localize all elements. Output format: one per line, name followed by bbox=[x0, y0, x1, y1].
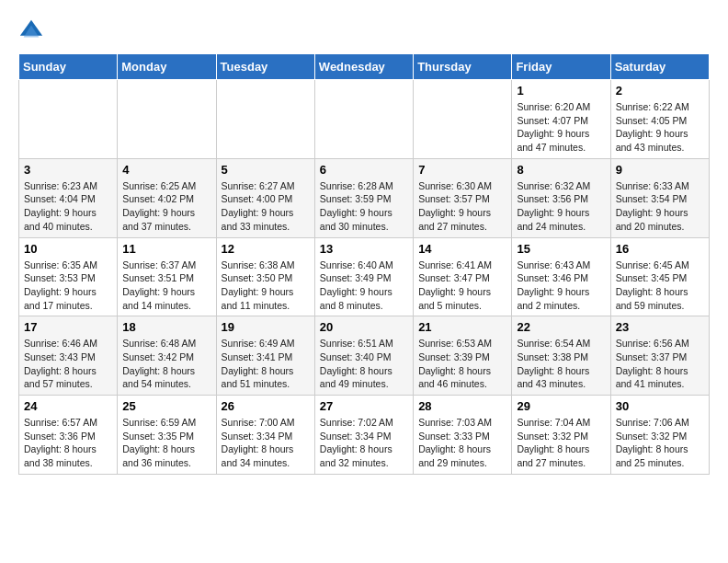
calendar-cell: 8Sunrise: 6:32 AMSunset: 3:56 PMDaylight… bbox=[512, 158, 610, 237]
day-number: 21 bbox=[418, 320, 506, 334]
day-number: 13 bbox=[320, 242, 408, 256]
calendar-cell: 5Sunrise: 6:27 AMSunset: 4:00 PMDaylight… bbox=[216, 158, 314, 237]
day-info: Sunrise: 6:37 AMSunset: 3:51 PMDaylight:… bbox=[122, 259, 210, 313]
weekday-header-tuesday: Tuesday bbox=[216, 54, 314, 80]
day-info: Sunrise: 6:41 AMSunset: 3:47 PMDaylight:… bbox=[418, 259, 506, 313]
calendar-week-2: 3Sunrise: 6:23 AMSunset: 4:04 PMDaylight… bbox=[19, 158, 710, 237]
calendar-cell: 12Sunrise: 6:38 AMSunset: 3:50 PMDayligh… bbox=[216, 237, 314, 316]
day-number: 19 bbox=[222, 320, 310, 334]
weekday-header-sunday: Sunday bbox=[19, 54, 118, 80]
day-info: Sunrise: 6:54 AMSunset: 3:38 PMDaylight:… bbox=[517, 337, 605, 391]
day-info: Sunrise: 6:48 AMSunset: 3:42 PMDaylight:… bbox=[122, 337, 210, 391]
day-info: Sunrise: 6:25 AMSunset: 4:02 PMDaylight:… bbox=[122, 179, 210, 234]
calendar-cell: 26Sunrise: 7:00 AMSunset: 3:34 PMDayligh… bbox=[216, 396, 314, 475]
calendar-cell: 29Sunrise: 7:04 AMSunset: 3:32 PMDayligh… bbox=[512, 396, 610, 475]
calendar-cell: 17Sunrise: 6:46 AMSunset: 3:43 PMDayligh… bbox=[19, 316, 118, 396]
day-number: 26 bbox=[222, 399, 310, 413]
calendar-week-3: 10Sunrise: 6:35 AMSunset: 3:53 PMDayligh… bbox=[19, 237, 710, 316]
day-info: Sunrise: 6:27 AMSunset: 4:00 PMDaylight:… bbox=[222, 179, 310, 234]
day-info: Sunrise: 6:45 AMSunset: 3:45 PMDaylight:… bbox=[616, 259, 704, 313]
calendar-cell: 1Sunrise: 6:20 AMSunset: 4:07 PMDaylight… bbox=[512, 80, 610, 159]
day-number: 5 bbox=[222, 163, 310, 177]
day-info: Sunrise: 6:28 AMSunset: 3:59 PMDaylight:… bbox=[320, 179, 408, 234]
calendar-cell: 22Sunrise: 6:54 AMSunset: 3:38 PMDayligh… bbox=[512, 316, 610, 396]
day-number: 12 bbox=[222, 242, 310, 256]
day-number: 4 bbox=[122, 163, 210, 177]
day-info: Sunrise: 6:35 AMSunset: 3:53 PMDaylight:… bbox=[24, 259, 112, 313]
calendar-cell: 23Sunrise: 6:56 AMSunset: 3:37 PMDayligh… bbox=[610, 316, 709, 396]
calendar-cell: 27Sunrise: 7:02 AMSunset: 3:34 PMDayligh… bbox=[314, 396, 413, 475]
calendar-cell: 16Sunrise: 6:45 AMSunset: 3:45 PMDayligh… bbox=[610, 237, 709, 316]
day-number: 7 bbox=[418, 163, 506, 177]
weekday-header-thursday: Thursday bbox=[414, 54, 512, 80]
day-number: 9 bbox=[616, 163, 704, 177]
calendar-cell: 28Sunrise: 7:03 AMSunset: 3:33 PMDayligh… bbox=[414, 396, 512, 475]
calendar-cell: 7Sunrise: 6:30 AMSunset: 3:57 PMDaylight… bbox=[414, 158, 512, 237]
day-number: 29 bbox=[517, 399, 605, 413]
day-info: Sunrise: 6:53 AMSunset: 3:39 PMDaylight:… bbox=[418, 337, 506, 391]
day-info: Sunrise: 6:22 AMSunset: 4:05 PMDaylight:… bbox=[616, 100, 704, 155]
day-number: 11 bbox=[122, 242, 210, 256]
calendar-week-5: 24Sunrise: 6:57 AMSunset: 3:36 PMDayligh… bbox=[19, 396, 710, 475]
calendar-cell: 13Sunrise: 6:40 AMSunset: 3:49 PMDayligh… bbox=[314, 237, 413, 316]
day-number: 23 bbox=[616, 320, 704, 334]
calendar-cell: 21Sunrise: 6:53 AMSunset: 3:39 PMDayligh… bbox=[414, 316, 512, 396]
day-number: 10 bbox=[24, 242, 112, 256]
calendar-cell bbox=[19, 80, 118, 159]
day-info: Sunrise: 6:43 AMSunset: 3:46 PMDaylight:… bbox=[517, 259, 605, 313]
calendar-cell bbox=[314, 80, 413, 159]
day-number: 15 bbox=[517, 242, 605, 256]
day-info: Sunrise: 6:57 AMSunset: 3:36 PMDaylight:… bbox=[24, 416, 112, 470]
day-number: 30 bbox=[616, 399, 704, 413]
weekday-header-monday: Monday bbox=[118, 54, 216, 80]
day-number: 8 bbox=[517, 163, 605, 177]
day-info: Sunrise: 6:49 AMSunset: 3:41 PMDaylight:… bbox=[222, 337, 310, 391]
day-number: 28 bbox=[418, 399, 506, 413]
calendar-cell: 19Sunrise: 6:49 AMSunset: 3:41 PMDayligh… bbox=[216, 316, 314, 396]
calendar-cell: 14Sunrise: 6:41 AMSunset: 3:47 PMDayligh… bbox=[414, 237, 512, 316]
logo-icon bbox=[18, 18, 44, 44]
day-number: 1 bbox=[517, 84, 605, 98]
day-info: Sunrise: 7:03 AMSunset: 3:33 PMDaylight:… bbox=[418, 416, 506, 470]
day-number: 14 bbox=[418, 242, 506, 256]
calendar-table: SundayMondayTuesdayWednesdayThursdayFrid… bbox=[18, 53, 710, 475]
day-info: Sunrise: 6:46 AMSunset: 3:43 PMDaylight:… bbox=[24, 337, 112, 391]
day-info: Sunrise: 6:56 AMSunset: 3:37 PMDaylight:… bbox=[616, 337, 704, 391]
calendar-cell: 6Sunrise: 6:28 AMSunset: 3:59 PMDaylight… bbox=[314, 158, 413, 237]
calendar-cell bbox=[414, 80, 512, 159]
day-number: 25 bbox=[122, 399, 210, 413]
day-number: 6 bbox=[320, 163, 408, 177]
day-info: Sunrise: 6:40 AMSunset: 3:49 PMDaylight:… bbox=[320, 259, 408, 313]
day-number: 24 bbox=[24, 399, 112, 413]
day-number: 3 bbox=[24, 163, 112, 177]
day-number: 2 bbox=[616, 84, 704, 98]
logo bbox=[18, 18, 48, 44]
day-info: Sunrise: 7:00 AMSunset: 3:34 PMDaylight:… bbox=[222, 416, 310, 470]
calendar-week-4: 17Sunrise: 6:46 AMSunset: 3:43 PMDayligh… bbox=[19, 316, 710, 396]
day-number: 20 bbox=[320, 320, 408, 334]
day-info: Sunrise: 6:51 AMSunset: 3:40 PMDaylight:… bbox=[320, 337, 408, 391]
calendar-cell: 3Sunrise: 6:23 AMSunset: 4:04 PMDaylight… bbox=[19, 158, 118, 237]
day-number: 16 bbox=[616, 242, 704, 256]
calendar-cell bbox=[216, 80, 314, 159]
day-info: Sunrise: 6:59 AMSunset: 3:35 PMDaylight:… bbox=[122, 416, 210, 470]
calendar-cell: 20Sunrise: 6:51 AMSunset: 3:40 PMDayligh… bbox=[314, 316, 413, 396]
calendar-cell: 25Sunrise: 6:59 AMSunset: 3:35 PMDayligh… bbox=[118, 396, 216, 475]
day-info: Sunrise: 7:04 AMSunset: 3:32 PMDaylight:… bbox=[517, 416, 605, 470]
calendar-cell: 2Sunrise: 6:22 AMSunset: 4:05 PMDaylight… bbox=[610, 80, 709, 159]
calendar-cell: 9Sunrise: 6:33 AMSunset: 3:54 PMDaylight… bbox=[610, 158, 709, 237]
day-info: Sunrise: 6:38 AMSunset: 3:50 PMDaylight:… bbox=[222, 259, 310, 313]
calendar-cell: 15Sunrise: 6:43 AMSunset: 3:46 PMDayligh… bbox=[512, 237, 610, 316]
day-info: Sunrise: 6:30 AMSunset: 3:57 PMDaylight:… bbox=[418, 179, 506, 234]
day-info: Sunrise: 6:33 AMSunset: 3:54 PMDaylight:… bbox=[616, 179, 704, 234]
calendar-cell: 24Sunrise: 6:57 AMSunset: 3:36 PMDayligh… bbox=[19, 396, 118, 475]
day-info: Sunrise: 7:02 AMSunset: 3:34 PMDaylight:… bbox=[320, 416, 408, 470]
day-info: Sunrise: 6:20 AMSunset: 4:07 PMDaylight:… bbox=[517, 100, 605, 155]
day-number: 22 bbox=[517, 320, 605, 334]
day-number: 18 bbox=[122, 320, 210, 334]
weekday-header-saturday: Saturday bbox=[610, 54, 709, 80]
calendar-cell: 4Sunrise: 6:25 AMSunset: 4:02 PMDaylight… bbox=[118, 158, 216, 237]
calendar-week-1: 1Sunrise: 6:20 AMSunset: 4:07 PMDaylight… bbox=[19, 80, 710, 159]
calendar-cell: 30Sunrise: 7:06 AMSunset: 3:32 PMDayligh… bbox=[610, 396, 709, 475]
day-info: Sunrise: 6:23 AMSunset: 4:04 PMDaylight:… bbox=[24, 179, 112, 234]
